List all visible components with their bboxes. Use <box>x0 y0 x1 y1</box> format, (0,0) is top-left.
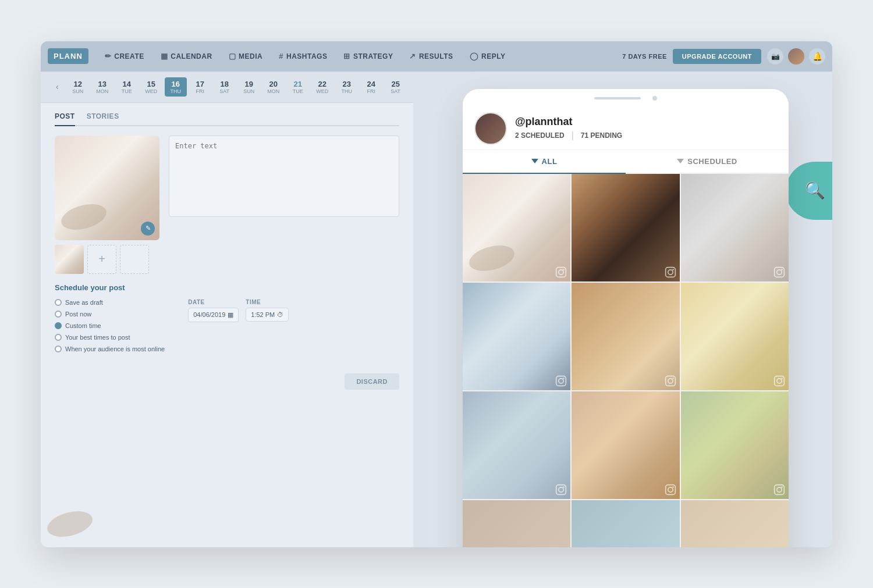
search-accent[interactable]: 🔍 <box>786 162 832 220</box>
svg-point-25 <box>777 487 782 492</box>
add-image-button[interactable]: + <box>87 245 116 274</box>
profile-section: @plannthat 2 SCHEDULED | 71 PENDING <box>463 105 789 150</box>
grid-cell-4[interactable] <box>463 283 570 390</box>
app-logo[interactable]: PLANN <box>48 48 88 64</box>
svg-point-7 <box>777 270 782 275</box>
nav-item-calendar[interactable]: ▦ CALENDAR <box>154 48 219 64</box>
calendar-icon: ▦ <box>161 52 168 60</box>
grid-cell-6[interactable] <box>681 283 789 390</box>
date-item-active[interactable]: 16 Thu <box>165 77 187 97</box>
tab-all[interactable]: ALL <box>463 150 626 174</box>
grid-cell-10[interactable] <box>463 500 570 547</box>
nav-item-media[interactable]: ▢ MEDIA <box>222 48 270 64</box>
svg-rect-6 <box>775 267 785 277</box>
grid-cell-2[interactable] <box>572 174 679 281</box>
results-icon: ↗ <box>409 52 416 60</box>
nav-icons-right: 📷 🔔 <box>767 48 825 65</box>
upgrade-button[interactable]: UPGRADE ACCOUNT <box>673 49 761 64</box>
radio-best-times[interactable]: Your best times to post <box>55 334 165 341</box>
all-triangle-icon <box>531 159 538 163</box>
nav-item-create[interactable]: ✏ CREATE <box>98 48 151 64</box>
date-item[interactable]: 19 Sun <box>238 77 260 97</box>
svg-point-19 <box>559 487 563 492</box>
svg-point-26 <box>781 487 783 489</box>
svg-point-8 <box>781 269 783 270</box>
profile-info: @plannthat 2 SCHEDULED | 71 PENDING <box>515 116 622 141</box>
mobile-notch <box>594 97 641 99</box>
radio-custom-time[interactable]: Custom time <box>55 322 165 329</box>
post-editor: ✎ + <box>55 136 399 274</box>
grid-cell-1[interactable] <box>463 174 570 281</box>
media-icon: ▢ <box>229 52 236 60</box>
grid-cell-12[interactable] <box>681 500 789 547</box>
svg-point-17 <box>781 377 783 379</box>
date-strip: ‹ 12 Sun 13 Mon 14 Tue 15 <box>41 72 413 103</box>
radio-post-now[interactable]: Post now <box>55 311 165 318</box>
post-form: POST STORIES ✎ + <box>41 103 413 547</box>
grid-cell-8[interactable] <box>572 391 679 499</box>
svg-rect-0 <box>556 267 566 277</box>
nav-item-results[interactable]: ↗ RESULTS <box>402 48 460 64</box>
radio-save-draft[interactable]: Save as draft <box>55 299 165 306</box>
grid-cell-7[interactable] <box>463 391 570 499</box>
date-item[interactable]: 13 Mon <box>91 77 113 97</box>
nav-right: 7 DAYS FREE UPGRADE ACCOUNT 📷 🔔 <box>622 48 825 65</box>
date-item[interactable]: 23 Thu <box>336 77 358 97</box>
thumbnail-1[interactable] <box>55 245 84 274</box>
create-icon: ✏ <box>105 52 112 60</box>
date-item[interactable]: 22 Wed <box>311 77 333 97</box>
date-input[interactable]: 04/06/2019 ▦ <box>188 308 239 322</box>
date-prev-arrow[interactable]: ‹ <box>52 81 62 92</box>
svg-rect-21 <box>665 485 675 495</box>
radio-group: Save as draft Post now Custom time <box>55 299 165 352</box>
right-panel: 🔍 @plannthat 2 SCHEDULED | <box>413 72 832 547</box>
date-item[interactable]: 12 Sun <box>67 77 89 97</box>
user-avatar[interactable] <box>788 48 804 65</box>
discard-button[interactable]: DISCARD <box>345 373 399 390</box>
grid-cell-11[interactable] <box>572 500 679 547</box>
edit-image-button[interactable]: ✎ <box>141 222 155 236</box>
grid-cell-3[interactable] <box>681 174 789 281</box>
date-item[interactable]: 17 Fri <box>189 77 211 97</box>
image-thumbnails: + <box>55 245 159 274</box>
date-item[interactable]: 24 Fri <box>360 77 382 97</box>
svg-rect-3 <box>665 267 675 277</box>
date-field-group: Date 04/06/2019 ▦ <box>188 299 239 322</box>
date-item[interactable]: 14 Tue <box>116 77 138 97</box>
radio-audience-online[interactable]: When your audience is most online <box>55 345 165 352</box>
svg-point-1 <box>559 270 563 275</box>
svg-rect-18 <box>556 485 566 495</box>
instagram-icon[interactable]: 📷 <box>767 48 783 65</box>
ig-icon-8 <box>665 484 676 496</box>
date-item[interactable]: 15 Wed <box>140 77 162 97</box>
post-text-input[interactable] <box>169 136 399 217</box>
svg-rect-9 <box>556 376 566 386</box>
notification-icon[interactable]: 🔔 <box>809 48 825 65</box>
date-item[interactable]: 21 Tue <box>287 77 309 97</box>
ig-icon-4 <box>555 375 567 387</box>
tab-stories[interactable]: STORIES <box>87 112 119 126</box>
tab-post[interactable]: POST <box>55 112 75 126</box>
svg-point-11 <box>563 377 565 379</box>
grid-cell-5[interactable] <box>572 283 679 390</box>
nav-item-hashtags[interactable]: # HASHTAGS <box>272 48 334 64</box>
thumbnail-placeholder <box>120 245 149 274</box>
svg-point-16 <box>777 379 782 383</box>
nav-item-strategy[interactable]: ⊞ STRATEGY <box>336 48 400 64</box>
hashtag-icon: # <box>279 52 283 60</box>
profile-username: @plannthat <box>515 116 622 128</box>
time-field-group: Time 1:52 PM ⏱ <box>246 299 289 322</box>
schedule-options: Save as draft Post now Custom time <box>55 299 399 352</box>
date-item[interactable]: 25 Sat <box>385 77 402 97</box>
main-post-image[interactable]: ✎ <box>55 136 159 240</box>
date-item[interactable]: 20 Mon <box>262 77 285 97</box>
nav-item-reply[interactable]: ◯ REPLY <box>463 48 513 64</box>
date-item[interactable]: 18 Sat <box>214 77 236 97</box>
svg-point-10 <box>559 379 563 383</box>
strategy-icon: ⊞ <box>343 52 350 60</box>
grid-cell-9[interactable] <box>681 391 789 499</box>
svg-point-14 <box>672 377 674 379</box>
ig-icon-1 <box>555 266 567 278</box>
tab-scheduled[interactable]: SCHEDULED <box>626 150 789 174</box>
time-input[interactable]: 1:52 PM ⏱ <box>246 308 289 322</box>
